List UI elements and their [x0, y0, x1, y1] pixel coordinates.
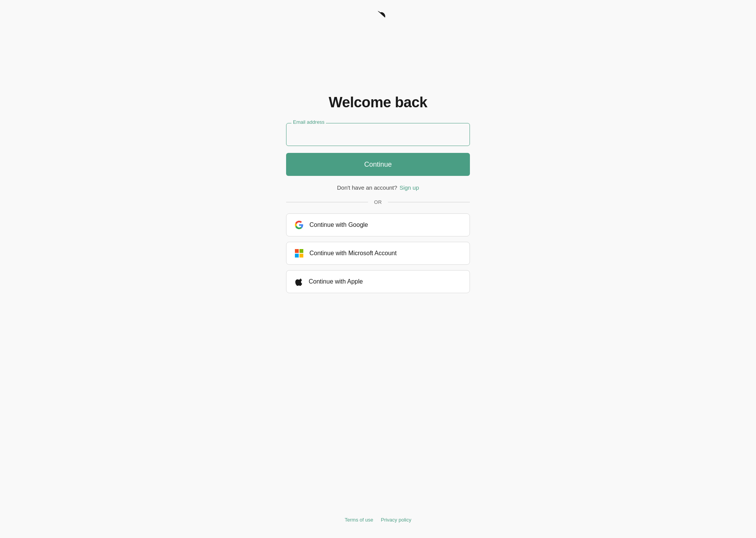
ms-square-2: [299, 249, 303, 253]
google-signin-button[interactable]: Continue with Google: [286, 213, 470, 236]
apple-signin-button[interactable]: Continue with Apple: [286, 270, 470, 293]
microsoft-button-label: Continue with Microsoft Account: [309, 250, 397, 257]
footer-links: Terms of use Privacy policy: [345, 517, 411, 523]
google-button-label: Continue with Google: [309, 221, 368, 228]
continue-button[interactable]: Continue: [286, 153, 470, 176]
divider-row: OR: [286, 199, 470, 205]
ms-square-1: [295, 249, 299, 253]
page-title: Welcome back: [329, 94, 427, 111]
apple-icon: [295, 277, 303, 286]
divider-line-right: [388, 202, 470, 202]
divider-line-left: [286, 202, 368, 202]
divider-text: OR: [374, 199, 382, 205]
ms-square-4: [299, 254, 303, 258]
signup-link[interactable]: Sign up: [399, 184, 419, 191]
google-icon: [295, 221, 303, 229]
signup-prompt: Don't have an account?: [337, 184, 397, 191]
email-field-wrapper: Email address: [286, 123, 470, 146]
email-label: Email address: [291, 119, 326, 125]
main-content: Welcome back Email address Continue Don'…: [286, 94, 470, 293]
microsoft-icon: [295, 249, 303, 258]
privacy-link[interactable]: Privacy policy: [381, 517, 411, 523]
openai-logo-icon: [370, 11, 386, 28]
microsoft-signin-button[interactable]: Continue with Microsoft Account: [286, 242, 470, 265]
apple-button-label: Continue with Apple: [309, 278, 363, 285]
signup-row: Don't have an account? Sign up: [337, 184, 419, 191]
ms-square-3: [295, 254, 299, 258]
logo-container: [370, 11, 386, 29]
terms-link[interactable]: Terms of use: [345, 517, 373, 523]
email-input[interactable]: [286, 123, 470, 146]
